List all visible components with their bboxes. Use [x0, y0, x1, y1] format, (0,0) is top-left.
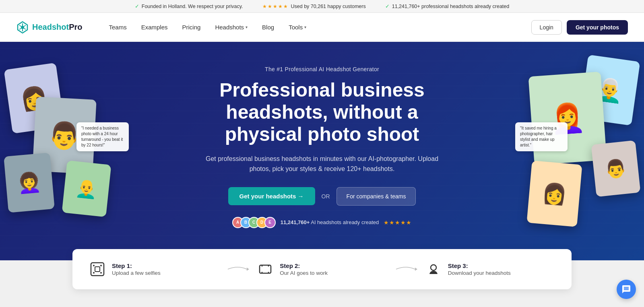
step-3-title: Step 3: [448, 262, 511, 269]
banner-item-2: ★★★★★ Used by 70,261 happy customers [262, 4, 366, 9]
step-2: Step 2: Our AI goes to work [256, 260, 387, 278]
banner-item-1: ✓ Founded in Holland. We respect your pr… [135, 3, 243, 9]
step-2-desc: Our AI goes to work [280, 270, 328, 276]
nav-links: Teams Examples Pricing Headshots ▾ Blog … [101, 21, 531, 34]
svg-point-11 [93, 272, 95, 274]
hero-section: 👩 👨 👩‍🦱 👨‍🦲 "I needed a business photo w… [0, 42, 644, 260]
svg-line-6 [19, 28, 21, 29]
tools-chevron-icon: ▾ [304, 25, 306, 29]
svg-line-4 [24, 28, 26, 29]
steps-section: Step 1: Upload a few selfies [72, 249, 572, 289]
social-proof: A B C D E 11,241,760+ AI headshots alrea… [197, 217, 447, 228]
step-3: Step 3: Download your headshots [425, 260, 555, 278]
svg-line-7 [19, 25, 21, 27]
svg-line-3 [24, 25, 26, 27]
hero-subtitle: The #1 Professional AI Headshot Generato… [197, 66, 447, 72]
get-photos-button[interactable]: Get your photos [567, 20, 628, 35]
logo-icon [16, 21, 29, 34]
step-3-desc: Download your headshots [448, 270, 511, 276]
nav-tools[interactable]: Tools ▾ [281, 21, 314, 34]
hero-photos-left: 👩 👨 👩‍🦱 👨‍🦲 "I needed a business photo w… [0, 42, 129, 260]
svg-marker-20 [415, 268, 417, 271]
nav-examples[interactable]: Examples [134, 21, 175, 34]
headshots-chevron-icon: ▾ [246, 25, 248, 29]
hero-star-rating: ★★★★★ [384, 219, 412, 226]
logo-text: HeadshotPro [32, 23, 82, 32]
chat-button[interactable] [617, 280, 636, 299]
svg-marker-14 [247, 268, 249, 271]
media-section: As seen on: CNN VICE Bloomberg FASHIONIS… [0, 297, 644, 307]
nav-pricing[interactable]: Pricing [175, 21, 208, 34]
svg-point-16 [262, 265, 263, 266]
nav-blog[interactable]: Blog [255, 21, 281, 34]
navbar: HeadshotPro Teams Examples Pricing Heads… [0, 13, 644, 42]
step-arrow-1 [219, 264, 256, 275]
star-rating-banner: ★★★★★ [262, 4, 289, 9]
nav-headshots[interactable]: Headshots ▾ [208, 21, 255, 34]
step-3-text: Step 3: Download your headshots [448, 262, 511, 276]
step-1: Step 1: Upload a few selfies [89, 260, 219, 278]
svg-point-17 [268, 265, 269, 266]
check-icon-1: ✓ [135, 3, 139, 9]
svg-rect-15 [260, 265, 271, 273]
step-2-text: Step 2: Our AI goes to work [280, 262, 328, 276]
chat-icon [621, 284, 631, 294]
hero-title: Professional business headshots, without… [197, 79, 447, 146]
avatar-5: E [264, 217, 276, 228]
social-count: 11,241,760+ AI headshots already created [281, 219, 379, 225]
companies-button[interactable]: For companies & teams [336, 187, 416, 206]
banner-text-3: 11,241,760+ professional headshots alrea… [392, 4, 510, 9]
step-1-text: Step 1: Upload a few selfies [112, 262, 161, 276]
banner-text-1: Founded in Holland. We respect your priv… [142, 4, 243, 9]
or-separator: OR [322, 193, 330, 200]
get-headshots-button[interactable]: Get your headshots → [228, 187, 315, 205]
svg-point-9 [93, 265, 95, 266]
svg-rect-13 [95, 267, 100, 272]
step-1-icon [89, 260, 106, 278]
nav-right: Login Get your photos [531, 20, 628, 35]
banner-item-3: ✓ 11,241,760+ professional headshots alr… [385, 3, 510, 9]
photo-card-l4: 👨‍🦲 [62, 161, 111, 217]
svg-point-12 [100, 272, 102, 274]
hero-buttons: Get your headshots → OR For companies & … [197, 187, 447, 206]
top-banner: ✓ Founded in Holland. We respect your pr… [0, 0, 644, 13]
step-1-desc: Upload a few selfies [112, 270, 161, 276]
step-1-title: Step 1: [112, 262, 161, 269]
hero-content: The #1 Professional AI Headshot Generato… [197, 66, 447, 228]
svg-point-10 [100, 265, 102, 266]
check-icon-2: ✓ [385, 3, 390, 9]
svg-point-21 [431, 265, 436, 270]
photo-card-l3: 👩‍🦱 [4, 152, 55, 212]
login-button[interactable]: Login [531, 20, 562, 35]
quote-bubble-right: "It saved me hiring a photographer, hair… [515, 122, 568, 151]
step-3-icon [425, 260, 442, 278]
hero-description: Get professional business headshots in m… [197, 154, 447, 174]
step-2-title: Step 2: [280, 262, 328, 269]
photo-card-r4: 👩 [526, 161, 582, 227]
banner-text-2: Used by 70,261 happy customers [291, 4, 366, 9]
step-2-icon [256, 260, 274, 278]
svg-point-18 [262, 272, 263, 273]
svg-point-19 [268, 272, 269, 273]
nav-teams[interactable]: Teams [101, 21, 134, 34]
logo-link[interactable]: HeadshotPro [16, 21, 82, 34]
avatar-group: A B C D E [232, 217, 276, 228]
step-arrow-2 [388, 264, 425, 275]
quote-bubble-left: "I needed a business photo with a 24 hou… [76, 122, 129, 151]
svg-point-1 [21, 26, 24, 29]
svg-rect-8 [91, 263, 104, 276]
hero-photos-right: 👨‍🦳 👩‍🦰 👨 👩 "It saved me hiring a photog… [515, 42, 644, 260]
photo-card-r3: 👨 [591, 140, 641, 197]
